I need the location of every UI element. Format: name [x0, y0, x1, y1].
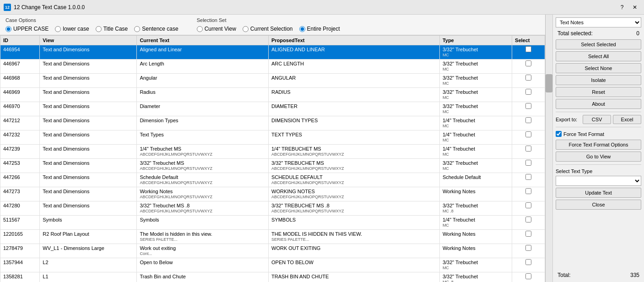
- table-row[interactable]: 447273Text and DimensionsWorking NotesAB…: [0, 187, 545, 201]
- select-none-button[interactable]: Select None: [556, 63, 641, 73]
- vertical-scrollbar[interactable]: [545, 15, 552, 282]
- row-checkbox[interactable]: [525, 188, 531, 194]
- entire-project-label: Entire Project: [307, 26, 340, 32]
- isolate-button[interactable]: Isolate: [556, 75, 641, 85]
- table-row[interactable]: 446968Text and DimensionsAngularANGULAR3…: [0, 73, 545, 87]
- entire-project-option[interactable]: Entire Project: [299, 26, 340, 32]
- csv-button[interactable]: CSV: [583, 115, 611, 124]
- row-checkbox[interactable]: [525, 131, 531, 137]
- table-row[interactable]: 1358281L1Trash Bin and ChuteTRASH BIN AN…: [0, 272, 545, 282]
- table-row[interactable]: 1220165R2 Roof Plan LayoutThe Model is h…: [0, 229, 545, 244]
- update-text-button[interactable]: Update Text: [556, 188, 641, 198]
- row-checkbox[interactable]: [525, 89, 531, 95]
- row-checkbox[interactable]: [525, 217, 531, 222]
- table-row[interactable]: 446970Text and DimensionsDiameterDIAMETE…: [0, 102, 545, 116]
- title-bar: 12 12 Change Text Case 1.0.0.0 ? ✕: [0, 0, 644, 15]
- table-row[interactable]: 446954Text and DimensionsAligned and Lin…: [0, 45, 545, 60]
- cell-type: 1/4" TrebuchetMC: [439, 116, 512, 130]
- cell-current-text: Dimension Types: [137, 116, 269, 130]
- cell-select[interactable]: [512, 158, 545, 173]
- cell-select[interactable]: [512, 73, 545, 87]
- cell-current-text: Text Types: [137, 130, 269, 144]
- row-checkbox[interactable]: [525, 273, 531, 279]
- table-row[interactable]: 447232Text and DimensionsText TypesTEXT …: [0, 130, 545, 144]
- row-checkbox[interactable]: [525, 46, 531, 52]
- total-selected-value: 0: [636, 30, 639, 37]
- table-row[interactable]: 447280Text and Dimensions3/32" Trebuchet…: [0, 201, 545, 215]
- cell-select[interactable]: [512, 102, 545, 116]
- cell-select[interactable]: [512, 144, 545, 158]
- cell-select[interactable]: [512, 187, 545, 201]
- row-checkbox[interactable]: [525, 245, 531, 251]
- current-view-option[interactable]: Current View: [197, 26, 236, 32]
- notes-dropdown[interactable]: Text Notes: [556, 17, 641, 27]
- table-row[interactable]: 447253Text and Dimensions3/32" Trebuchet…: [0, 158, 545, 173]
- table-row[interactable]: 447239Text and Dimensions1/4" Trebuchet …: [0, 144, 545, 158]
- row-checkbox[interactable]: [525, 75, 531, 81]
- row-checkbox[interactable]: [525, 103, 531, 109]
- cell-select[interactable]: [512, 201, 545, 215]
- table-row[interactable]: 1278479WV_L1 - Dimensions LargeWork out …: [0, 244, 545, 258]
- select-text-type-dropdown[interactable]: [556, 176, 641, 186]
- cell-id: 1358281: [0, 272, 40, 282]
- upper-case-radio[interactable]: [5, 26, 11, 32]
- row-checkbox[interactable]: [525, 202, 531, 208]
- select-selected-button[interactable]: Select Selected: [556, 39, 641, 49]
- data-table-container[interactable]: ID View Current Text ProposedText Type S…: [0, 35, 545, 282]
- sentence-case-radio[interactable]: [134, 26, 140, 32]
- entire-project-radio[interactable]: [299, 26, 305, 32]
- upper-case-option[interactable]: UPPER CASE: [5, 26, 49, 32]
- cell-select[interactable]: [512, 59, 545, 73]
- force-text-format-checkbox[interactable]: [556, 131, 562, 137]
- table-row[interactable]: 447212Text and DimensionsDimension Types…: [0, 116, 545, 130]
- cell-select[interactable]: [512, 229, 545, 244]
- current-selection-option[interactable]: Current Selection: [243, 26, 293, 32]
- row-checkbox[interactable]: [525, 146, 531, 152]
- table-row[interactable]: 446967Text and DimensionsArc LengthARC L…: [0, 59, 545, 73]
- current-selection-radio[interactable]: [243, 26, 249, 32]
- cell-select[interactable]: [512, 116, 545, 130]
- force-text-format-options-button[interactable]: Force Text Format Options: [556, 140, 641, 150]
- cell-current-text: Arc Length: [137, 59, 269, 73]
- title-case-radio[interactable]: [96, 26, 102, 32]
- cell-id: 511567: [0, 215, 40, 229]
- cell-select[interactable]: [512, 173, 545, 187]
- row-checkbox[interactable]: [525, 174, 531, 180]
- table-row[interactable]: 446969Text and DimensionsRadiusRADIUS3/3…: [0, 87, 545, 102]
- table-row[interactable]: 511567SymbolsSymbolsSYMBOLS1/4" Trebuche…: [0, 215, 545, 229]
- sentence-case-option[interactable]: Sentence case: [134, 26, 178, 32]
- cell-select[interactable]: [512, 272, 545, 282]
- cell-proposed-text: TEXT TYPES: [269, 130, 440, 144]
- right-close-button[interactable]: Close: [556, 200, 641, 210]
- row-checkbox[interactable]: [525, 117, 531, 123]
- reset-button[interactable]: Reset: [556, 87, 641, 97]
- cell-type: 3/32" TrebuchetMC: [439, 102, 512, 116]
- cell-proposed-text: WORKING NOTESABCDEFGHIJKLMNOPQRSTUVWXYZ: [269, 187, 440, 201]
- cell-view: Text and Dimensions: [40, 59, 137, 73]
- cell-select[interactable]: [512, 87, 545, 102]
- table-row[interactable]: 1357944L2Open to BelowOPEN TO BELOW3/32"…: [0, 258, 545, 272]
- cell-proposed-text: 3/32" TREBUCHET MSABCDEFGHIJKLMNOPQRSTUV…: [269, 158, 440, 173]
- title-case-option[interactable]: Title Case: [96, 26, 128, 32]
- close-window-button[interactable]: ✕: [629, 3, 640, 12]
- table-row[interactable]: 447266Text and DimensionsSchedule Defaul…: [0, 173, 545, 187]
- cell-select[interactable]: [512, 244, 545, 258]
- cell-select[interactable]: [512, 215, 545, 229]
- select-all-button[interactable]: Select All: [556, 51, 641, 61]
- lower-case-option[interactable]: lower case: [55, 26, 89, 32]
- current-view-radio[interactable]: [197, 26, 203, 32]
- cell-select[interactable]: [512, 258, 545, 272]
- row-checkbox[interactable]: [525, 259, 531, 265]
- excel-button[interactable]: Excel: [613, 115, 641, 124]
- go-to-view-button[interactable]: Go to View: [556, 152, 641, 162]
- row-checkbox[interactable]: [525, 231, 531, 237]
- row-checkbox[interactable]: [525, 160, 531, 166]
- help-button[interactable]: ?: [617, 3, 628, 12]
- cell-current-text: Working NotesABCDEFGHIJKLMNOPQRSTUVWXYZ: [137, 187, 269, 201]
- cell-select[interactable]: [512, 130, 545, 144]
- divider-3: [556, 164, 641, 165]
- about-button[interactable]: About: [556, 99, 641, 109]
- row-checkbox[interactable]: [525, 60, 531, 66]
- lower-case-radio[interactable]: [55, 26, 61, 32]
- cell-select[interactable]: [512, 45, 545, 60]
